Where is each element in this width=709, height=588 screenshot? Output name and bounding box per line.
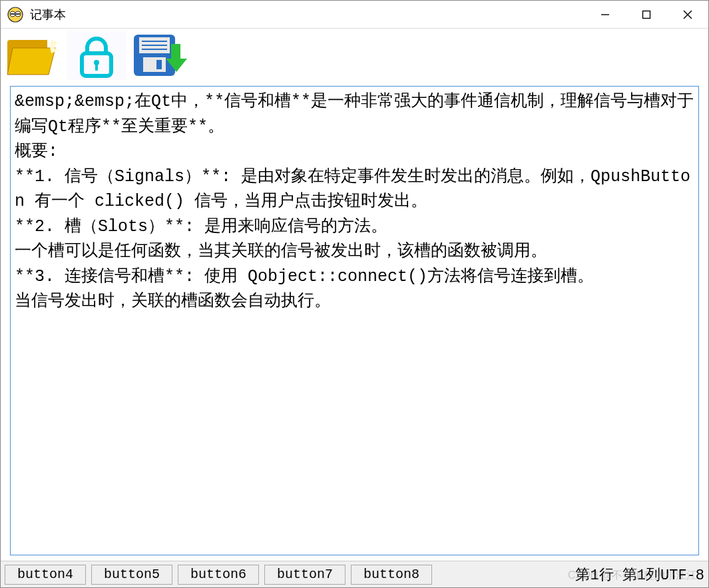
lock-button[interactable] — [66, 31, 127, 83]
status-button-7[interactable]: button7 — [264, 565, 346, 585]
status-buttons: button4 button5 button6 button7 button8 — [5, 565, 432, 585]
app-icon — [7, 7, 23, 23]
status-button-5[interactable]: button5 — [91, 565, 172, 585]
cursor-position: 第1行 第1列UTF-8 — [575, 565, 704, 585]
status-button-4[interactable]: button4 — [5, 565, 86, 585]
minimize-button[interactable] — [585, 1, 626, 28]
svg-rect-20 — [156, 60, 162, 69]
save-button[interactable] — [128, 31, 190, 83]
svg-rect-6 — [643, 11, 650, 18]
svg-rect-13 — [95, 63, 98, 71]
statusbar: button4 button5 button6 button7 button8 … — [1, 561, 708, 587]
toolbar — [1, 29, 708, 85]
svg-rect-19 — [143, 57, 166, 72]
status-button-6[interactable]: button6 — [178, 565, 259, 585]
titlebar[interactable]: 记事本 — [1, 1, 708, 29]
app-window: 记事本 — [0, 0, 709, 588]
window-controls — [585, 1, 708, 28]
window-title: 记事本 — [30, 7, 585, 23]
save-download-icon — [130, 31, 188, 83]
open-button[interactable] — [3, 31, 65, 83]
lock-icon — [67, 31, 126, 83]
svg-rect-3 — [11, 13, 15, 15]
open-folder-icon — [5, 31, 63, 83]
text-editor[interactable]: &emsp;&emsp;在Qt中，**信号和槽**是一种非常强大的事件通信机制，… — [10, 86, 699, 555]
close-button[interactable] — [667, 1, 708, 28]
svg-rect-4 — [16, 13, 20, 15]
maximize-button[interactable] — [626, 1, 667, 28]
status-button-8[interactable]: button8 — [351, 565, 432, 585]
